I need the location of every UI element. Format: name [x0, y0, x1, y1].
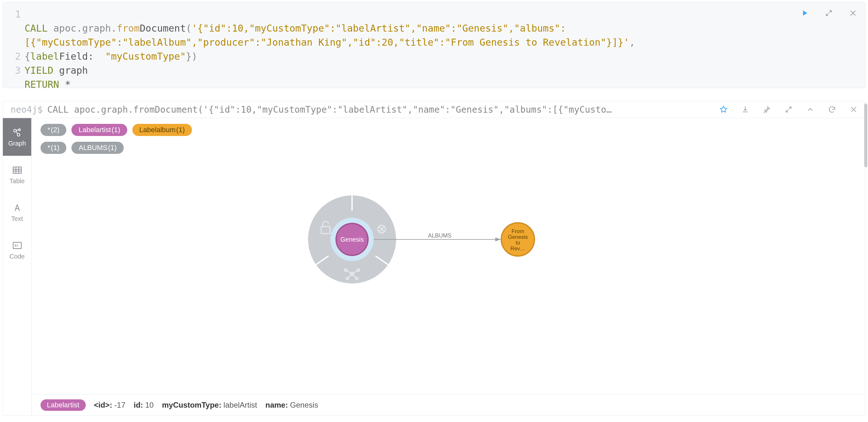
close-result-button[interactable]: [848, 104, 859, 115]
svg-text:Rev…: Rev…: [510, 246, 525, 252]
view-tab-graph[interactable]: Graph: [3, 118, 31, 156]
rerun-button[interactable]: [827, 104, 837, 115]
favorite-button[interactable]: [718, 104, 728, 115]
graph-canvas[interactable]: *(2) Labelartist(1) Labelalbum(1) *(1) A…: [32, 118, 865, 415]
svg-rect-3: [13, 167, 21, 173]
expand-editor-button[interactable]: [823, 7, 835, 19]
close-editor-button[interactable]: [847, 7, 859, 19]
svg-text:to: to: [516, 240, 520, 246]
editor-code[interactable]: CALL apoc.graph.fromDocument('{"id":10,"…: [25, 2, 865, 88]
prompt-label: neo4j$: [10, 104, 43, 115]
download-button[interactable]: [740, 104, 750, 115]
inspector-label-pill[interactable]: Labelartist: [40, 399, 86, 411]
svg-point-1: [19, 129, 21, 131]
inspector-id: id: 10: [134, 401, 154, 410]
view-tab-table[interactable]: Table: [3, 156, 31, 193]
node-genesis[interactable]: Genesis: [336, 223, 368, 255]
editor-toolbar: [799, 7, 859, 19]
pill-albums-rel[interactable]: ALBUMS(1): [71, 142, 123, 154]
executed-command: CALL apoc.graph.fromDocument('{"id":10,"…: [47, 104, 706, 115]
expand-result-button[interactable]: [783, 104, 794, 115]
view-switcher: Graph Table Text Code: [3, 118, 32, 415]
query-editor[interactable]: 1 2 3 CALL apoc.graph.fromDocument('{"id…: [3, 2, 865, 88]
collapse-up-button[interactable]: [805, 104, 815, 115]
pin-button[interactable]: [762, 104, 772, 115]
pill-labelartist[interactable]: Labelartist(1): [71, 124, 127, 136]
inspector-customtype: myCustomType: labelArtist: [162, 401, 257, 410]
scrollbar-thumb[interactable]: [864, 104, 867, 167]
graph-svg[interactable]: Genesis ALBUMS From Genesis to Rev…: [280, 175, 567, 303]
rel-type-pills: *(1) ALBUMS(1): [40, 142, 124, 154]
view-tab-text[interactable]: Text: [3, 193, 31, 231]
inspector-internal-id: <id>: -17: [94, 401, 126, 410]
pill-labelalbum[interactable]: Labelalbum(1): [132, 124, 192, 136]
run-query-button[interactable]: [799, 7, 810, 19]
pill-all-nodes[interactable]: *(2): [40, 124, 66, 136]
inspector-name: name: Genesis: [265, 401, 318, 410]
node-album[interactable]: From Genesis to Rev…: [501, 223, 534, 256]
result-body: Graph Table Text Code *(2) Labelartist(1…: [3, 118, 865, 416]
editor-gutter: 1 2 3: [3, 2, 25, 88]
svg-text:Genesis: Genesis: [508, 234, 528, 240]
pill-all-rels[interactable]: *(1): [40, 142, 66, 154]
relationship-label: ALBUMS: [428, 232, 452, 239]
node-label-pills: *(2) Labelartist(1) Labelalbum(1): [40, 124, 192, 136]
view-tab-code[interactable]: Code: [3, 231, 31, 269]
svg-text:From: From: [512, 228, 524, 234]
svg-text:Genesis: Genesis: [340, 236, 364, 243]
result-header: neo4j$ CALL apoc.graph.fromDocument('{"i…: [3, 101, 865, 118]
result-toolbar: [718, 104, 859, 115]
node-inspector: Labelartist <id>: -17 id: 10 myCustomTyp…: [32, 394, 865, 415]
